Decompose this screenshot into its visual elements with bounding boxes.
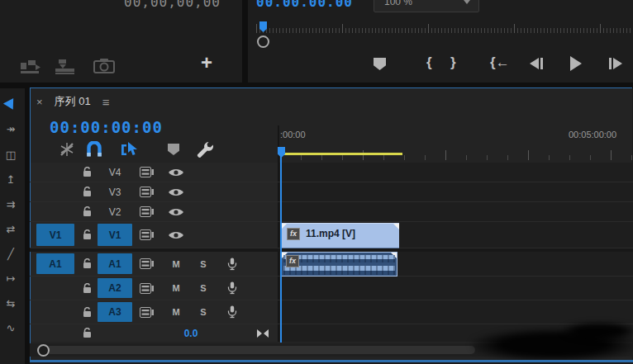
- blurred-region: [562, 322, 633, 340]
- mute-button[interactable]: M: [169, 300, 183, 324]
- waveform-band: [283, 255, 395, 262]
- razor-tool[interactable]: ⇄: [0, 220, 21, 238]
- mark-out-button[interactable]: }: [450, 54, 456, 71]
- button-editor-plus-button[interactable]: +: [201, 51, 212, 74]
- lock-icon[interactable]: [80, 277, 93, 300]
- step-back-button[interactable]: [530, 58, 543, 69]
- scrollbar-handle[interactable]: [41, 346, 475, 354]
- voiceover-mic-icon[interactable]: [225, 277, 240, 300]
- snap-magnet-icon[interactable]: [86, 141, 102, 160]
- track-target-a3-button[interactable]: A3: [98, 302, 132, 322]
- lock-icon[interactable]: [80, 163, 93, 182]
- solo-button[interactable]: S: [197, 277, 210, 300]
- premiere-workspace: 00,00,00,00 + 00.00.00.00 100 % { } {← ↠…: [0, 0, 633, 364]
- track-row-v2: V2: [30, 202, 633, 222]
- sync-lock-icon[interactable]: [137, 277, 155, 300]
- voiceover-mic-icon[interactable]: [225, 300, 240, 324]
- add-marker-button[interactable]: [374, 58, 386, 70]
- timeline-tab-title[interactable]: 序列 01: [55, 94, 91, 109]
- source-patch-v1-button[interactable]: V1: [36, 224, 74, 246]
- selection-tool[interactable]: [0, 93, 21, 111]
- lock-icon[interactable]: [80, 182, 93, 201]
- zoom-level-select[interactable]: 100 %: [374, 0, 479, 12]
- track-name-v4[interactable]: V4: [98, 164, 132, 180]
- voiceover-mic-icon[interactable]: [225, 252, 240, 276]
- work-area-bar[interactable]: [281, 153, 402, 155]
- step-forward-button[interactable]: [609, 58, 622, 69]
- audio-clip[interactable]: fx: [281, 252, 397, 277]
- timeline-playhead-line[interactable]: [280, 156, 282, 343]
- track-name-v2[interactable]: V2: [98, 204, 132, 220]
- track-target-a1-button[interactable]: A1: [98, 253, 132, 274]
- mute-button[interactable]: M: [169, 277, 183, 300]
- fade-handle-icon[interactable]: [393, 224, 399, 229]
- nest-insert-toggle-icon[interactable]: [59, 142, 74, 160]
- ripple-edit-tool[interactable]: ◫: [0, 145, 21, 163]
- slip-tool[interactable]: ╱: [0, 244, 21, 262]
- go-to-in-button[interactable]: {←: [490, 54, 510, 71]
- pen-tool[interactable]: ⇆: [0, 294, 21, 312]
- lock-icon[interactable]: [80, 222, 93, 248]
- close-icon[interactable]: ×: [36, 96, 43, 108]
- selection-tool-icon: [3, 95, 18, 110]
- track-row-a2: A2 M S: [30, 277, 633, 300]
- step-back-triangle-icon: [530, 58, 539, 69]
- zoom-level-value: 100 %: [384, 0, 412, 7]
- timeline-tab[interactable]: × 序列 01 ≡: [36, 94, 109, 109]
- track-target-a2-button[interactable]: A2: [98, 278, 132, 298]
- bowtie-keyframe-icon[interactable]: [255, 324, 271, 342]
- track-row-v3: V3: [30, 182, 633, 202]
- track-name-v3[interactable]: V3: [98, 184, 132, 200]
- sync-lock-icon[interactable]: [137, 222, 155, 248]
- sync-lock-icon[interactable]: [137, 202, 155, 221]
- export-frame-camera-icon[interactable]: [93, 58, 115, 78]
- track-select-tool[interactable]: ↠: [0, 120, 21, 138]
- step-forward-triangle-icon: [613, 58, 622, 69]
- ruler-start-label: :00:00: [280, 130, 306, 139]
- track-target-v1-button[interactable]: V1: [98, 224, 132, 246]
- mark-in-button[interactable]: {: [426, 54, 432, 71]
- scrollbar-left-knob[interactable]: [37, 344, 50, 357]
- video-clip[interactable]: fx 11.mp4 [V]: [281, 223, 399, 248]
- slide-tool[interactable]: ↦: [0, 269, 21, 287]
- fx-badge[interactable]: fx: [287, 228, 300, 240]
- play-button[interactable]: [570, 56, 582, 74]
- panel-menu-icon[interactable]: ≡: [102, 95, 110, 109]
- step-forward-bar-icon: [609, 58, 612, 69]
- program-mini-timeline-ruler[interactable]: [256, 24, 633, 33]
- sync-lock-icon[interactable]: [137, 182, 155, 201]
- lock-icon[interactable]: [80, 324, 93, 342]
- lock-icon[interactable]: [80, 202, 93, 221]
- toggle-track-output-eye-icon[interactable]: [167, 182, 185, 201]
- lift-icon[interactable]: [20, 58, 41, 79]
- program-scrubber-knob[interactable]: [257, 35, 269, 48]
- lock-icon[interactable]: [80, 300, 93, 324]
- panel-divider[interactable]: [242, 0, 248, 83]
- sync-lock-icon[interactable]: [137, 252, 155, 276]
- rate-stretch-tool[interactable]: ⇉: [0, 195, 21, 213]
- toggle-track-output-eye-icon[interactable]: [167, 202, 185, 221]
- solo-button[interactable]: S: [197, 252, 210, 276]
- sync-lock-icon[interactable]: [137, 163, 155, 182]
- timeline-playhead-timecode[interactable]: 00:00:00:00: [50, 118, 163, 136]
- overwrite-icon[interactable]: [55, 58, 76, 79]
- fade-handle-icon[interactable]: [281, 224, 287, 229]
- lock-icon[interactable]: [80, 252, 93, 276]
- chevron-down-icon: [464, 0, 470, 4]
- track-name-a2: A2: [98, 278, 132, 298]
- rolling-edit-tool[interactable]: ↥: [0, 170, 21, 188]
- go-to-in-brace: {: [490, 54, 496, 70]
- toggle-track-output-eye-icon[interactable]: [167, 163, 185, 182]
- solo-button[interactable]: S: [197, 300, 210, 324]
- hand-tool[interactable]: ∿: [0, 319, 21, 337]
- linked-selection-icon[interactable]: [120, 141, 140, 161]
- source-patch-a1-button[interactable]: A1: [36, 253, 74, 274]
- toggle-track-output-eye-icon[interactable]: [167, 222, 185, 248]
- source-duration-timecode: 00,00,00,00: [124, 0, 221, 10]
- timeline-settings-wrench-icon[interactable]: [195, 140, 215, 162]
- master-level-value[interactable]: 0.0: [174, 324, 207, 342]
- mute-button[interactable]: M: [169, 252, 183, 276]
- program-position-timecode[interactable]: 00.00.00.00: [256, 0, 353, 10]
- sync-lock-icon[interactable]: [137, 300, 155, 324]
- fx-badge[interactable]: fx: [286, 255, 299, 267]
